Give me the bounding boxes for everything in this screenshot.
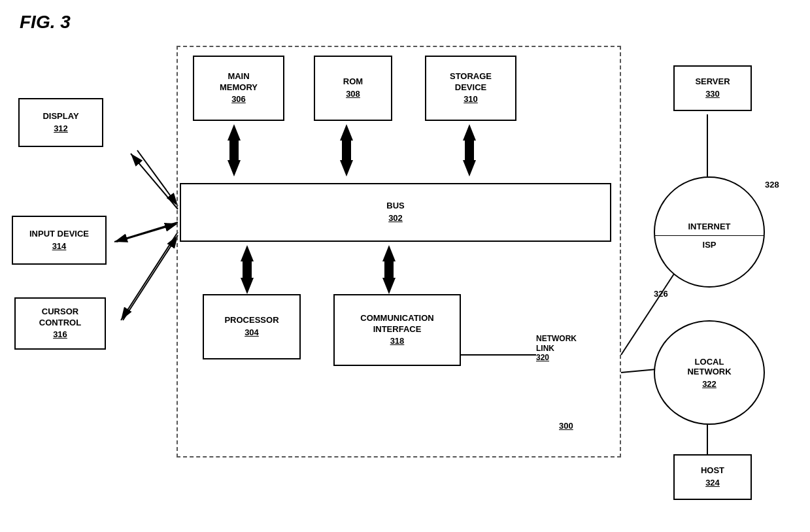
server-box: SERVER 330 bbox=[673, 65, 752, 111]
svg-line-21 bbox=[116, 224, 178, 242]
system-ref: 300 bbox=[559, 421, 573, 431]
display-box: DISPLAY 312 bbox=[18, 98, 103, 147]
svg-line-19 bbox=[121, 232, 178, 320]
processor-box: PROCESSOR 304 bbox=[203, 294, 301, 359]
host-box: HOST 324 bbox=[673, 454, 752, 500]
figure-title: FIG. 3 bbox=[20, 12, 71, 33]
cursor-control-box: CURSOR CONTROL 316 bbox=[14, 297, 106, 350]
rom-box: ROM 308 bbox=[314, 56, 392, 121]
storage-device-box: STORAGE DEVICE 310 bbox=[425, 56, 516, 121]
svg-line-22 bbox=[123, 235, 178, 320]
svg-line-20 bbox=[137, 150, 178, 206]
svg-line-18 bbox=[114, 222, 178, 242]
bus-box: BUS 302 bbox=[180, 183, 611, 242]
isp-connection-ref: 326 bbox=[654, 289, 668, 299]
internet-circle: INTERNET ISP bbox=[654, 176, 765, 288]
input-device-box: INPUT DEVICE 314 bbox=[12, 216, 107, 265]
communication-interface-box: COMMUNICATION INTERFACE 318 bbox=[333, 294, 461, 366]
svg-line-17 bbox=[131, 154, 178, 209]
internet-ref-label: 328 bbox=[765, 180, 779, 190]
main-memory-box: MAIN MEMORY 306 bbox=[193, 56, 284, 121]
network-link-label: NETWORKLINK 320 bbox=[536, 333, 588, 362]
local-network-circle: LOCALNETWORK 322 bbox=[654, 320, 765, 425]
